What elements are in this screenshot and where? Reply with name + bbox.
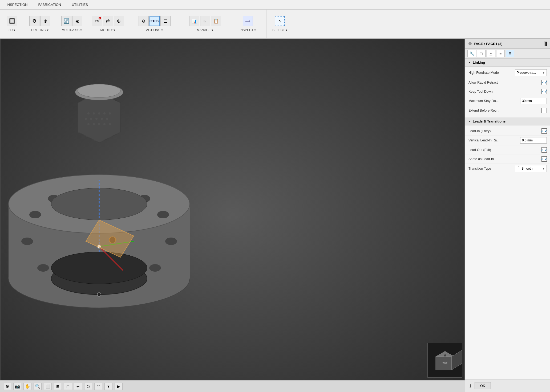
svg-point-24 bbox=[95, 118, 98, 120]
svg-point-4 bbox=[37, 264, 49, 272]
toolbar-modify-group[interactable]: ✂✕ ⇄ ⊕ MODIFY ▾ bbox=[88, 10, 128, 38]
select-label[interactable]: SELECT ▾ bbox=[272, 28, 287, 32]
high-feedrate-dropdown[interactable]: Preserve ra... ▼ bbox=[515, 69, 547, 76]
toolbar-3d-group[interactable]: 🔲 3D ▾ bbox=[0, 10, 24, 38]
toolbar-actions-group[interactable]: ⚙ G1G2 ☰ ACTIONS ▾ bbox=[128, 10, 181, 38]
modify-icon1[interactable]: ✂✕ bbox=[92, 16, 102, 26]
svg-point-26 bbox=[106, 118, 108, 120]
toolbar-pan[interactable]: ✋ bbox=[23, 383, 31, 390]
tab-tool[interactable]: 🔧 bbox=[467, 50, 476, 57]
toolbar-manage-group[interactable]: 📊 G 📋 MANAGE ▾ bbox=[181, 10, 229, 38]
manage-icon2[interactable]: G bbox=[200, 16, 210, 26]
viewport-bottom-toolbar: ⊕ 📷 ✋ 🔍 ⬜ ⊞ ◻ ↩ ⬡ ⬚ ▼ ▶ bbox=[0, 380, 465, 392]
tab-passes[interactable]: ≡ bbox=[496, 50, 505, 57]
toolbar-undo[interactable]: ↩ bbox=[74, 383, 82, 390]
transition-type-label: Transition Type bbox=[468, 167, 515, 170]
tab-linking[interactable]: ⊞ bbox=[506, 50, 514, 57]
nav-cube[interactable]: TOP ⬛ bbox=[427, 343, 462, 378]
ok-button[interactable]: OK bbox=[475, 382, 491, 389]
toolbar-snap[interactable]: ⬚ bbox=[94, 383, 102, 390]
svg-point-22 bbox=[85, 118, 87, 120]
leads-collapse-icon[interactable]: ▼ bbox=[468, 120, 471, 123]
leads-title: Leads & Transitions bbox=[473, 119, 506, 123]
multiaxis-icon2[interactable]: ◉ bbox=[72, 16, 82, 26]
manage-icon1[interactable]: 📊 bbox=[189, 16, 199, 26]
lead-in-entry-checkbox[interactable]: ✓ bbox=[541, 128, 547, 134]
leads-transitions-header[interactable]: ▼ Leads & Transitions bbox=[465, 117, 550, 125]
vertical-lead-in-label: Vertical Lead-In Ra... bbox=[468, 138, 520, 142]
nav-inspection[interactable]: INSPECTION bbox=[4, 2, 30, 8]
multiaxis-icon[interactable]: 🔄 bbox=[61, 16, 71, 26]
same-as-lead-in-checkbox[interactable]: ✓ bbox=[541, 156, 547, 162]
allow-rapid-retract-checkbox[interactable]: ✓ bbox=[541, 80, 547, 85]
right-panel: FACE : FACE1 (3) ▐ 🔧 ◻ △ ≡ ⊞ ▼ Linking H… bbox=[465, 39, 550, 392]
svg-point-27 bbox=[87, 123, 90, 125]
info-icon[interactable]: ℹ bbox=[470, 383, 471, 389]
actions-icon1[interactable]: ⚙ bbox=[139, 16, 149, 26]
nav-utilities[interactable]: UTILITIES bbox=[70, 2, 90, 8]
svg-point-25 bbox=[101, 118, 103, 120]
manage-label[interactable]: MANAGE ▾ bbox=[197, 28, 213, 32]
high-feedrate-arrow: ▼ bbox=[542, 71, 545, 74]
toolbar-display[interactable]: ⊞ bbox=[54, 383, 62, 390]
nav-fabrication[interactable]: FABRICATION bbox=[36, 2, 63, 8]
svg-point-33 bbox=[78, 84, 120, 97]
inspect-label[interactable]: INSPECT ▾ bbox=[240, 28, 256, 32]
allow-rapid-retract-label: Allow Rapid Retract bbox=[468, 81, 541, 84]
lead-out-exit-checkbox[interactable]: ✓ bbox=[541, 147, 547, 153]
field-transition-type: Transition Type ⌒ Smooth ▼ bbox=[465, 164, 550, 174]
toolbar-arrow[interactable]: ▶ bbox=[115, 383, 123, 390]
vertical-lead-in-input[interactable] bbox=[520, 137, 547, 144]
3d-icon[interactable]: 🔲 bbox=[7, 16, 17, 26]
modify-label[interactable]: MODIFY ▾ bbox=[100, 28, 115, 32]
panel-tabs: 🔧 ◻ △ ≡ ⊞ bbox=[465, 49, 550, 59]
toolbar-drilling-group[interactable]: ⚙ ⊕ DRILLING ▾ bbox=[24, 10, 56, 38]
toolbar-view[interactable]: ⬜ bbox=[44, 383, 52, 390]
high-feedrate-value: Preserve ra... bbox=[517, 71, 536, 75]
actions-icon2[interactable]: G1G2 bbox=[149, 16, 160, 26]
svg-point-14 bbox=[51, 188, 147, 220]
extend-before-retract-checkbox[interactable] bbox=[541, 108, 547, 113]
modify-icon3[interactable]: ⊕ bbox=[114, 16, 124, 26]
toolbar-select-group[interactable]: ↖ SELECT ▾ bbox=[266, 10, 293, 38]
actions-label[interactable]: ACTIONS ▾ bbox=[146, 28, 163, 32]
field-lead-in-entry: Lead-In (Entry) ✓ bbox=[465, 126, 550, 136]
toolbar-filter[interactable]: ⬡ bbox=[84, 383, 92, 390]
toolbar-style[interactable]: ◻ bbox=[64, 383, 72, 390]
tab-heights[interactable]: △ bbox=[487, 50, 495, 57]
linking-section-header[interactable]: ▼ Linking bbox=[465, 59, 550, 67]
tab-geometry[interactable]: ◻ bbox=[477, 50, 486, 57]
toolbar-inspect-group[interactable]: ⟺ INSPECT ▾ bbox=[229, 10, 266, 38]
drilling-icon2[interactable]: ⊕ bbox=[40, 16, 50, 26]
svg-point-31 bbox=[109, 123, 111, 125]
toolbar-move[interactable]: ⊕ bbox=[3, 383, 11, 390]
panel-header: FACE : FACE1 (3) ▐ bbox=[465, 39, 550, 49]
maximum-stay-down-label: Maximum Stay-Do... bbox=[468, 99, 520, 103]
modify-icon2[interactable]: ⇄ bbox=[103, 16, 113, 26]
multiaxis-label[interactable]: MULTI-AXIS ▾ bbox=[62, 28, 82, 32]
actions-icon3[interactable]: ☰ bbox=[160, 16, 171, 26]
linking-collapse-icon[interactable]: ▼ bbox=[468, 61, 471, 64]
drilling-label[interactable]: DRILLING ▾ bbox=[31, 28, 48, 32]
transition-type-dropdown[interactable]: ⌒ Smooth ▼ bbox=[515, 165, 547, 172]
select-icon[interactable]: ↖ bbox=[275, 16, 285, 26]
panel-title: FACE : FACE1 (3) bbox=[474, 42, 503, 46]
svg-point-28 bbox=[93, 123, 95, 125]
lead-out-exit-label: Lead-Out (Exit) bbox=[468, 148, 541, 152]
manage-icon3[interactable]: 📋 bbox=[211, 16, 221, 26]
toolbar-multiaxis-group[interactable]: 🔄 ◉ MULTI-AXIS ▾ bbox=[56, 10, 88, 38]
header-dot bbox=[468, 42, 472, 45]
keep-tool-down-checkbox[interactable]: ✓ bbox=[541, 89, 547, 94]
drilling-icon1[interactable]: ⚙ bbox=[29, 16, 39, 26]
inspect-icon1[interactable]: ⟺ bbox=[243, 16, 253, 26]
panel-scroll-handle[interactable]: ▐ bbox=[544, 41, 547, 46]
svg-point-30 bbox=[103, 123, 106, 125]
svg-text:⬛: ⬛ bbox=[444, 354, 446, 357]
svg-point-6 bbox=[21, 238, 33, 245]
toolbar-more[interactable]: ▼ bbox=[104, 383, 112, 390]
viewport[interactable]: ⊕ 📷 ✋ 🔍 ⬜ ⊞ ◻ ↩ ⬡ ⬚ ▼ ▶ TOP ⬛ bbox=[0, 39, 465, 392]
toolbar-zoom[interactable]: 🔍 bbox=[34, 383, 42, 390]
3d-label[interactable]: 3D ▾ bbox=[9, 28, 15, 32]
toolbar-camera[interactable]: 📷 bbox=[13, 383, 21, 390]
maximum-stay-down-input[interactable] bbox=[520, 98, 547, 104]
